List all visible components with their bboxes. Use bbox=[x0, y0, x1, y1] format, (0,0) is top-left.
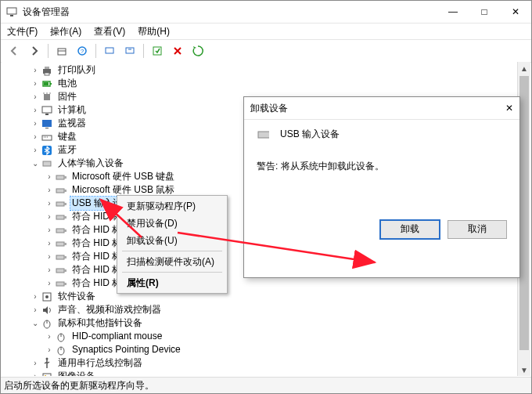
svg-rect-39 bbox=[64, 230, 66, 232]
tree-item[interactable]: ›图像设备 bbox=[2, 370, 530, 376]
scroll-up-button[interactable]: ▲ bbox=[518, 62, 530, 74]
menu-bar: 文件(F) 操作(A) 查看(V) 帮助(H) bbox=[1, 23, 531, 39]
svg-rect-38 bbox=[56, 229, 64, 233]
tree-toggle[interactable]: › bbox=[44, 223, 55, 237]
chip-icon bbox=[41, 91, 53, 103]
context-menu-separator bbox=[122, 251, 222, 251]
tree-toggle[interactable]: › bbox=[30, 103, 41, 117]
status-bar: 启动所选设备的更新驱动程序向导。 bbox=[1, 377, 531, 393]
menu-view[interactable]: 查看(V) bbox=[92, 25, 127, 38]
svg-rect-44 bbox=[56, 269, 64, 273]
tree-item-label: 监视器 bbox=[56, 117, 88, 130]
device-button-2[interactable] bbox=[121, 42, 138, 60]
tree-toggle[interactable]: › bbox=[30, 303, 41, 316]
tree-item-label: 图像设备 bbox=[56, 370, 97, 376]
tree-toggle[interactable]: › bbox=[44, 183, 55, 197]
svg-rect-40 bbox=[56, 242, 64, 246]
tree-item-label: 鼠标和其他指针设备 bbox=[56, 316, 144, 330]
tree-toggle[interactable]: › bbox=[44, 170, 55, 183]
tree-toggle[interactable]: › bbox=[44, 330, 55, 343]
context-menu-item[interactable]: 扫描检测硬件改动(A) bbox=[119, 253, 225, 270]
tree-item[interactable]: ›软件设备 bbox=[2, 290, 530, 303]
tree-toggle[interactable]: › bbox=[44, 263, 55, 277]
mouse-icon bbox=[55, 331, 67, 343]
svg-rect-32 bbox=[56, 189, 64, 193]
svg-rect-22 bbox=[42, 120, 52, 127]
tree-toggle[interactable]: › bbox=[30, 90, 41, 103]
tree-item-label: Microsoft 硬件 USB 键盘 bbox=[70, 170, 176, 183]
tree-item[interactable]: ›符合 HID 标 bbox=[2, 277, 530, 290]
svg-point-49 bbox=[45, 295, 49, 298]
cancel-button[interactable]: 取消 bbox=[448, 220, 507, 239]
device-button-1[interactable] bbox=[101, 42, 118, 60]
forward-button[interactable] bbox=[26, 42, 43, 60]
close-button[interactable]: ✕ bbox=[500, 1, 531, 23]
tree-toggle[interactable]: › bbox=[44, 237, 55, 250]
tree-item-label: 电池 bbox=[56, 77, 78, 90]
tree-toggle[interactable]: › bbox=[44, 343, 55, 356]
tree-item-label: Synaptics Pointing Device bbox=[70, 343, 182, 356]
tree-item[interactable]: ›通用串行总线控制器 bbox=[2, 356, 530, 370]
tree-toggle[interactable]: › bbox=[30, 77, 41, 90]
back-button[interactable] bbox=[5, 42, 23, 60]
computer-icon bbox=[41, 104, 53, 117]
svg-point-56 bbox=[46, 357, 49, 360]
tree-item[interactable]: ›声音、视频和游戏控制器 bbox=[2, 303, 530, 316]
context-menu-item[interactable]: 禁用设备(D) bbox=[119, 215, 225, 232]
toolbar: ? bbox=[1, 39, 531, 63]
maximize-button[interactable]: □ bbox=[469, 1, 500, 23]
tree-item[interactable]: ›打印队列 bbox=[2, 63, 530, 77]
dialog-close-button[interactable]: ✕ bbox=[490, 103, 513, 114]
printer-icon bbox=[41, 64, 53, 77]
device-icon bbox=[55, 251, 67, 263]
uninstall-dialog: 卸载设备 ✕ USB 输入设备 警告: 将从系统中卸载此设备。 卸载 取消 bbox=[243, 96, 520, 278]
uninstall-tool-button[interactable] bbox=[169, 42, 186, 60]
tree-toggle[interactable]: › bbox=[30, 290, 41, 303]
tree-item-label: 蓝牙 bbox=[56, 143, 78, 157]
tree-toggle[interactable]: › bbox=[30, 143, 41, 157]
tree-toggle[interactable]: ⌄ bbox=[30, 157, 41, 170]
software-icon bbox=[41, 291, 53, 303]
tree-toggle[interactable]: › bbox=[44, 277, 55, 290]
svg-rect-45 bbox=[64, 269, 66, 272]
tree-toggle[interactable]: › bbox=[30, 117, 41, 130]
menu-help[interactable]: 帮助(H) bbox=[136, 25, 171, 38]
tree-toggle[interactable]: › bbox=[44, 210, 55, 223]
tree-item[interactable]: ⌄鼠标和其他指针设备 bbox=[2, 316, 530, 330]
battery-icon bbox=[41, 78, 53, 90]
help-button[interactable]: ? bbox=[74, 42, 91, 60]
usb-icon bbox=[41, 357, 53, 370]
update-tool-button[interactable] bbox=[189, 42, 207, 60]
dialog-device-name: USB 输入设备 bbox=[280, 128, 340, 141]
device-icon bbox=[55, 264, 67, 277]
properties-button[interactable] bbox=[53, 42, 70, 60]
context-menu-item[interactable]: 属性(R) bbox=[119, 274, 225, 291]
monitor-icon bbox=[41, 117, 53, 130]
tree-item[interactable]: ›HID-compliant mouse bbox=[2, 330, 530, 343]
menu-action[interactable]: 操作(A) bbox=[49, 25, 83, 38]
scan-button[interactable] bbox=[149, 42, 166, 60]
keyboard-icon bbox=[41, 131, 53, 143]
tree-toggle[interactable]: › bbox=[44, 250, 55, 263]
tree-toggle[interactable]: › bbox=[44, 197, 55, 210]
tree-toggle[interactable]: ⌄ bbox=[30, 316, 41, 330]
tree-toggle[interactable]: › bbox=[30, 130, 41, 143]
tree-toggle[interactable]: › bbox=[30, 63, 41, 77]
device-icon bbox=[257, 128, 269, 141]
svg-rect-24 bbox=[42, 136, 52, 140]
svg-rect-30 bbox=[56, 175, 64, 179]
menu-file[interactable]: 文件(F) bbox=[5, 25, 39, 38]
tree-toggle[interactable]: › bbox=[30, 356, 41, 370]
tree-item[interactable]: ›电池 bbox=[2, 77, 530, 90]
tree-item[interactable]: ›Synaptics Pointing Device bbox=[2, 343, 530, 356]
minimize-button[interactable]: — bbox=[437, 1, 469, 23]
context-menu-item[interactable]: 卸载设备(U) bbox=[119, 232, 225, 249]
context-menu-item[interactable]: 更新驱动程序(P) bbox=[119, 197, 225, 215]
svg-rect-57 bbox=[43, 374, 51, 377]
scroll-down-button[interactable]: ▼ bbox=[518, 363, 530, 376]
svg-rect-11 bbox=[45, 67, 49, 69]
tree-toggle[interactable]: › bbox=[30, 370, 41, 376]
scroll-thumb[interactable] bbox=[519, 76, 529, 350]
svg-rect-46 bbox=[56, 282, 64, 286]
uninstall-button[interactable]: 卸载 bbox=[380, 220, 440, 239]
